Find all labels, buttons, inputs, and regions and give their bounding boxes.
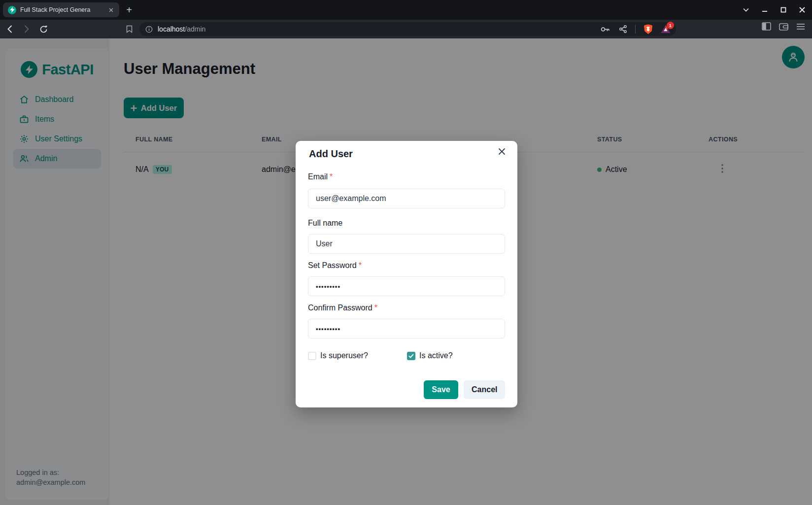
cancel-button[interactable]: Cancel <box>464 380 505 399</box>
forward-button[interactable] <box>20 22 34 36</box>
fastapi-favicon-icon <box>8 6 16 14</box>
brave-rewards-icon[interactable]: 1 <box>660 24 671 34</box>
url-bar[interactable]: localhost/admin 1 <box>139 22 676 36</box>
set-password-label: Set Password* <box>308 261 362 270</box>
site-info-icon[interactable] <box>145 26 153 33</box>
key-icon[interactable] <box>600 24 610 34</box>
browser-tab[interactable]: Full Stack Project Genera <box>3 2 119 17</box>
close-window-button[interactable] <box>796 4 808 16</box>
modal-actions: Save Cancel <box>296 380 505 399</box>
wallet-icon[interactable] <box>779 23 788 31</box>
bookmark-icon[interactable] <box>123 23 135 35</box>
menu-hamburger-icon[interactable] <box>796 23 805 30</box>
toolbar-right-icons <box>762 22 805 31</box>
checkbox-checked-icon <box>407 352 415 360</box>
brave-shield-icon[interactable] <box>643 24 653 34</box>
full-name-field[interactable] <box>308 234 505 254</box>
full-name-label: Full name <box>308 219 342 228</box>
toolbar-divider <box>635 25 636 34</box>
url-path: /admin <box>185 25 205 33</box>
is-superuser-label: Is superuser? <box>320 351 368 360</box>
modal-title: Add User <box>309 148 353 160</box>
is-active-label: Is active? <box>419 351 453 360</box>
save-button[interactable]: Save <box>424 380 458 399</box>
maximize-button[interactable] <box>778 4 789 16</box>
reload-button[interactable] <box>36 22 50 36</box>
url-host: localhost <box>158 25 185 33</box>
minimize-button[interactable] <box>759 4 771 16</box>
back-button[interactable] <box>3 22 17 36</box>
confirm-password-label: Confirm Password* <box>308 303 377 312</box>
required-mark: * <box>374 303 377 312</box>
email-label: Email* <box>308 172 333 181</box>
browser-tabstrip: Full Stack Project Genera + <box>0 0 812 20</box>
is-superuser-checkbox[interactable]: Is superuser? <box>308 351 368 360</box>
add-user-modal: Add User Email* Full name Set Password* … <box>296 141 517 407</box>
checkbox-unchecked-icon <box>308 352 316 360</box>
tab-title: Full Stack Project Genera <box>20 6 103 13</box>
checkbox-row: Is superuser? Is active? <box>308 351 505 361</box>
window-controls <box>740 0 808 20</box>
page-viewport: FastAPI Dashboard Items User Settings <box>0 38 812 505</box>
tab-search-chevron-icon[interactable] <box>740 4 752 16</box>
sidebar-panel-icon[interactable] <box>762 22 771 31</box>
tab-close-icon[interactable] <box>106 5 115 14</box>
set-password-field[interactable] <box>308 276 505 296</box>
rewards-badge: 1 <box>667 22 674 29</box>
is-active-checkbox[interactable]: Is active? <box>407 351 453 360</box>
required-mark: * <box>330 172 333 181</box>
modal-close-icon[interactable] <box>493 143 510 160</box>
url-text: localhost/admin <box>158 25 205 33</box>
new-tab-button[interactable]: + <box>123 4 135 16</box>
share-icon[interactable] <box>617 24 628 34</box>
required-mark: * <box>359 261 362 269</box>
email-field[interactable] <box>308 189 505 208</box>
confirm-password-field[interactable] <box>308 319 505 338</box>
